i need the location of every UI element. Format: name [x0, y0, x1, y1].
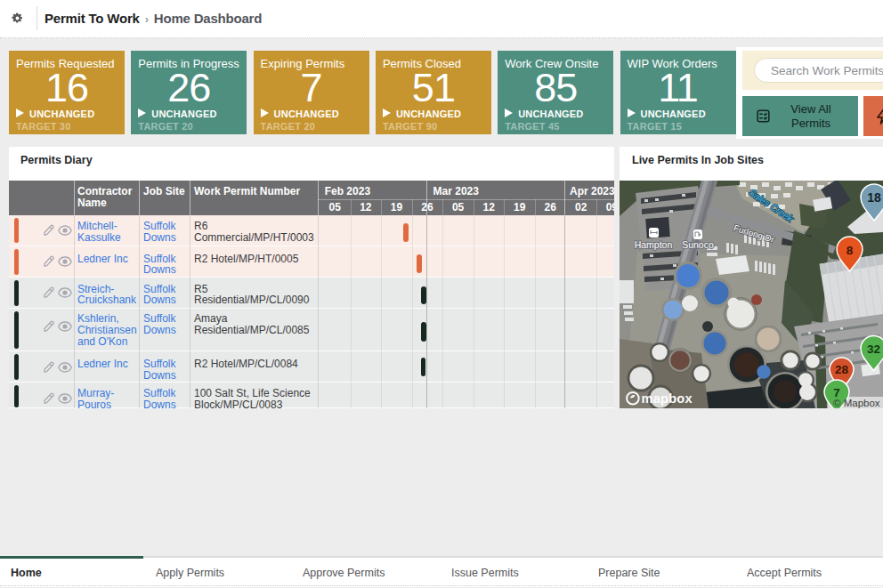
- svg-text:28: 28: [835, 363, 849, 376]
- svg-text:8: 8: [847, 244, 854, 257]
- svg-text:18: 18: [867, 190, 881, 205]
- svg-text:© Mapbox: © Mapbox: [833, 398, 880, 408]
- svg-text:32: 32: [867, 342, 880, 356]
- svg-text:Sunoco: Sunoco: [682, 239, 714, 250]
- svg-text:Hampton: Hampton: [635, 239, 673, 250]
- svg-text:mapbox: mapbox: [642, 391, 693, 406]
